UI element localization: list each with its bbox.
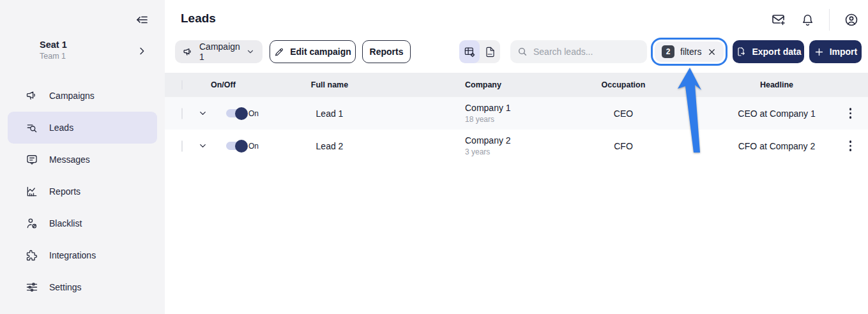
page-title: Leads xyxy=(181,11,216,26)
collapse-sidebar-icon[interactable] xyxy=(134,12,149,27)
seat-selector[interactable]: Seat 1 Team 1 xyxy=(40,40,152,61)
leads-table: On/Off Full name Company Occupation Head… xyxy=(165,73,868,162)
table-settings-icon[interactable] xyxy=(459,40,480,63)
import-button[interactable]: Import xyxy=(809,40,862,63)
chart-icon xyxy=(26,185,38,198)
pencil-icon xyxy=(274,47,284,57)
sliders-icon xyxy=(26,281,38,294)
lead-headline: CFO at Company 2 xyxy=(713,141,841,151)
search-input[interactable] xyxy=(510,40,647,63)
lead-headline: CEO at Company 1 xyxy=(713,108,841,119)
main-content: Leads Campaign 1 xyxy=(165,0,868,314)
lead-full-name[interactable]: Lead 1 xyxy=(272,108,387,119)
campaign-selector-label: Campaign 1 xyxy=(199,41,240,62)
row-menu-icon[interactable] xyxy=(847,138,855,154)
message-icon xyxy=(26,153,38,166)
topbar-divider xyxy=(829,9,830,31)
lead-company-tenure: 18 years xyxy=(465,115,585,124)
sidebar-item-blacklist[interactable]: Blacklist xyxy=(8,207,157,239)
close-icon[interactable] xyxy=(707,47,717,57)
team-name: Team 1 xyxy=(40,52,152,61)
chevron-right-icon[interactable] xyxy=(137,46,147,56)
reports-button[interactable]: Reports xyxy=(362,40,411,63)
lead-search-icon xyxy=(26,121,38,134)
table-row: On Lead 2 Company 2 3 years CFO CFO at C… xyxy=(165,130,868,162)
edit-campaign-label: Edit campaign xyxy=(290,47,351,57)
file-export-icon xyxy=(736,47,746,57)
sidebar-item-label: Reports xyxy=(49,186,80,197)
onoff-toggle[interactable] xyxy=(226,109,245,117)
row-checkbox[interactable] xyxy=(181,140,183,152)
sidebar-item-reports[interactable]: Reports xyxy=(8,176,157,207)
select-all-checkbox[interactable] xyxy=(181,80,183,90)
column-header-occupation[interactable]: Occupation xyxy=(585,80,713,89)
campaign-selector[interactable]: Campaign 1 xyxy=(175,40,263,63)
filters-chip-label: filters xyxy=(680,47,701,57)
filters-count-badge: 2 xyxy=(662,45,674,58)
sidebar-item-campaigns[interactable]: Campaigns xyxy=(8,80,157,112)
chevron-down-icon xyxy=(246,47,255,56)
view-toggle: csv xyxy=(459,40,500,63)
edit-campaign-button[interactable]: Edit campaign xyxy=(270,40,356,63)
sidebar-item-label: Integrations xyxy=(49,250,96,260)
expand-row-icon[interactable] xyxy=(194,108,211,118)
toggle-state-label: On xyxy=(248,142,259,151)
new-message-icon[interactable] xyxy=(771,12,786,27)
sidebar-item-integrations[interactable]: Integrations xyxy=(8,239,157,271)
column-header-headline[interactable]: Headline xyxy=(713,80,841,89)
import-label: Import xyxy=(830,47,858,57)
reports-button-label: Reports xyxy=(370,47,404,57)
sidebar-item-label: Settings xyxy=(49,282,82,292)
onoff-toggle[interactable] xyxy=(226,142,245,150)
search-wrap xyxy=(510,40,647,63)
filters-highlight-ring: 2 filters xyxy=(651,38,727,66)
sidebar-item-label: Blacklist xyxy=(49,218,82,228)
sidebar-item-leads[interactable]: Leads xyxy=(8,112,157,144)
export-data-label: Export data xyxy=(752,47,801,57)
lead-company: Company 2 xyxy=(465,135,585,146)
sidebar-item-settings[interactable]: Settings xyxy=(8,271,157,303)
sidebar-item-label: Leads xyxy=(49,123,73,133)
megaphone-icon xyxy=(183,47,194,57)
megaphone-icon xyxy=(26,89,38,102)
lead-occupation: CEO xyxy=(585,108,713,119)
export-data-button[interactable]: Export data xyxy=(733,40,804,63)
user-block-icon xyxy=(26,217,38,230)
row-checkbox[interactable] xyxy=(181,108,183,119)
profile-icon[interactable] xyxy=(844,12,859,27)
notifications-icon[interactable] xyxy=(800,13,815,27)
plus-icon xyxy=(814,47,824,57)
filters-chip[interactable]: 2 filters xyxy=(655,41,724,62)
sidebar-nav: Campaigns Leads Messages xyxy=(0,80,165,303)
sidebar-item-messages[interactable]: Messages xyxy=(8,144,157,176)
lead-company: Company 1 xyxy=(465,103,585,113)
csv-file-icon[interactable]: csv xyxy=(480,40,500,63)
table-header-row: On/Off Full name Company Occupation Head… xyxy=(165,73,868,97)
sidebar: Seat 1 Team 1 Campaigns Leads xyxy=(0,0,165,314)
sidebar-item-label: Messages xyxy=(49,154,90,165)
search-icon xyxy=(517,47,528,57)
seat-name: Seat 1 xyxy=(40,40,152,50)
row-menu-icon[interactable] xyxy=(847,105,855,121)
lead-company-tenure: 3 years xyxy=(465,147,585,156)
column-header-company[interactable]: Company xyxy=(387,80,585,89)
column-header-fullname[interactable]: Full name xyxy=(272,80,387,89)
puzzle-icon xyxy=(26,249,38,262)
svg-text:csv: csv xyxy=(487,52,492,56)
expand-row-icon[interactable] xyxy=(194,141,211,151)
topbar-icons xyxy=(771,8,859,31)
lead-full-name[interactable]: Lead 2 xyxy=(272,141,387,151)
leads-toolbar: Campaign 1 Edit campaign Reports xyxy=(165,40,868,64)
lead-occupation: CFO xyxy=(585,141,713,151)
column-header-onoff[interactable]: On/Off xyxy=(211,80,272,89)
table-row: On Lead 1 Company 1 18 years CEO CEO at … xyxy=(165,97,868,130)
sidebar-item-label: Campaigns xyxy=(49,91,95,101)
toggle-state-label: On xyxy=(248,109,259,118)
